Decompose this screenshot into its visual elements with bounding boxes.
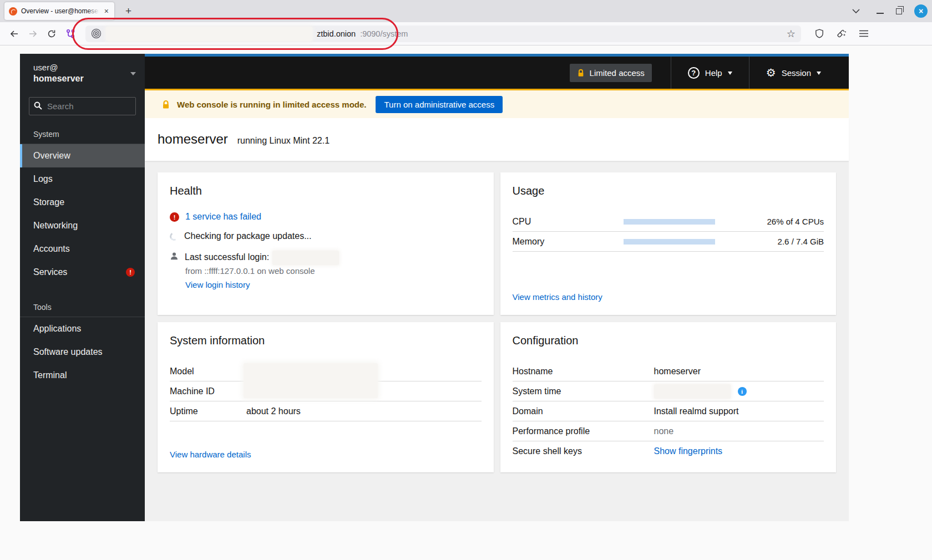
system-time-row: System time i (513, 381, 824, 401)
shield-icon[interactable] (811, 26, 828, 42)
sidebar-section-system: System (20, 124, 145, 144)
configuration-card: Configuration Hostname homeserver System… (500, 322, 837, 472)
sidebar-item-terminal[interactable]: Terminal (20, 364, 145, 387)
url-host: ztbid.onion (317, 29, 356, 38)
system-time-redaction (654, 384, 731, 399)
page-subtitle: running Linux Mint 22.1 (237, 136, 330, 146)
info-icon[interactable]: i (738, 387, 747, 396)
cpu-label: CPU (513, 217, 624, 227)
browser-tab-strip: Overview - user@homeserver × + × (0, 0, 932, 22)
view-hardware-details-link[interactable]: View hardware details (170, 450, 251, 459)
window-minimize-button[interactable] (877, 13, 884, 14)
cpu-value: 26% of 4 CPUs (715, 217, 824, 226)
search-icon (34, 101, 42, 110)
login-value-redaction (272, 251, 339, 265)
lock-icon (161, 100, 170, 109)
domain-row: Domain Install realmd support (513, 401, 824, 421)
user-hostname: homeserver (33, 74, 130, 84)
memory-value: 2.6 / 7.4 GiB (715, 237, 824, 246)
tab-list-chevron-icon[interactable] (848, 3, 864, 19)
sidebar-item-networking[interactable]: Networking (20, 214, 145, 237)
view-metrics-link[interactable]: View metrics and history (513, 292, 602, 302)
hostname-row: Hostname homeserver (513, 362, 824, 381)
url-redaction-box (106, 27, 312, 41)
menu-hamburger-icon[interactable] (855, 26, 872, 42)
sidebar: user@ homeserver System Overview Logs St… (20, 54, 145, 521)
sidebar-item-software-updates[interactable]: Software updates (20, 340, 145, 364)
chevron-down-icon (130, 72, 136, 78)
health-card: Health ! 1 service has failed Checking f… (158, 172, 494, 315)
system-information-card: System information Model Machine ID Upti… (158, 322, 494, 472)
health-card-title: Health (170, 185, 482, 197)
reload-button[interactable] (43, 26, 60, 42)
forward-button[interactable] (24, 26, 41, 42)
secure-shell-keys-row: Secure shell keys Show fingerprints (513, 441, 824, 461)
login-from-text: from ::ffff:127.0.0.1 on web console (185, 266, 482, 276)
bookmark-star-icon[interactable]: ☆ (787, 28, 796, 40)
tab-close-icon[interactable]: × (103, 7, 110, 16)
usage-card-title: Usage (513, 185, 824, 197)
usage-card: Usage CPU 26% of 4 CPUs Memory 2.6 / 7.4… (500, 172, 837, 315)
sidebar-section-tools: Tools (20, 297, 145, 317)
sidebar-item-services[interactable]: Services ! (20, 261, 145, 284)
banner-message: Web console is running in limited access… (177, 100, 366, 109)
url-bar[interactable]: ztbid.onion :9090/system ☆ (85, 26, 801, 42)
url-path: :9090/system (360, 29, 408, 38)
lock-icon (577, 69, 585, 77)
site-identity-onion-icon[interactable] (91, 28, 102, 39)
show-fingerprints-link[interactable]: Show fingerprints (654, 446, 723, 456)
model-machineid-redaction (244, 363, 378, 398)
limited-access-banner: Web console is running in limited access… (145, 89, 849, 118)
sidebar-item-logs[interactable]: Logs (20, 167, 145, 191)
sysinfo-card-title: System information (170, 334, 482, 347)
gear-icon: ⚙ (766, 67, 776, 78)
turn-on-admin-access-button[interactable]: Turn on administrative access (376, 96, 503, 113)
clear-data-broom-icon[interactable] (833, 26, 850, 42)
cockpit-app: user@ homeserver System Overview Logs St… (20, 54, 849, 521)
user-prefix: user@ (33, 63, 130, 72)
window-close-button[interactable]: × (914, 4, 928, 18)
help-menu-button[interactable]: ? Help (671, 57, 749, 89)
extension-icon[interactable] (62, 26, 79, 42)
checking-updates-text: Checking for package updates... (184, 231, 311, 241)
window-restore-button[interactable] (896, 8, 902, 14)
user-icon (170, 252, 179, 261)
overview-cards: Health ! 1 service has failed Checking f… (145, 161, 849, 521)
cpu-usage-row: CPU 26% of 4 CPUs (513, 212, 824, 232)
service-failed-link[interactable]: 1 service has failed (185, 212, 261, 222)
memory-usage-row: Memory 2.6 / 7.4 GiB (513, 232, 824, 252)
question-circle-icon: ? (688, 67, 700, 79)
main-area: Limited access ? Help ⚙ Session Web cons… (145, 54, 849, 521)
page-title: homeserver (158, 131, 228, 147)
cockpit-favicon-icon (9, 7, 17, 16)
sidebar-item-storage[interactable]: Storage (20, 191, 145, 214)
search-input[interactable] (29, 97, 136, 115)
session-menu-button[interactable]: ⚙ Session (749, 57, 838, 89)
browser-toolbar: ztbid.onion :9090/system ☆ (0, 22, 932, 45)
sidebar-item-overview[interactable]: Overview (20, 144, 145, 167)
spinner-icon (169, 231, 179, 241)
page-header: homeserver running Linux Mint 22.1 (145, 118, 849, 161)
cpu-progress-bar (624, 219, 715, 225)
sidebar-item-applications[interactable]: Applications (20, 317, 145, 340)
exclamation-circle-icon: ! (170, 212, 179, 222)
memory-progress-bar (624, 239, 715, 245)
config-card-title: Configuration (513, 334, 824, 347)
limited-access-button[interactable]: Limited access (570, 64, 652, 82)
chevron-down-icon (817, 72, 821, 77)
services-alert-badge: ! (126, 268, 135, 277)
new-tab-button[interactable]: + (122, 5, 135, 17)
back-button[interactable] (6, 26, 22, 42)
sidebar-item-accounts[interactable]: Accounts (20, 237, 145, 261)
view-login-history-link[interactable]: View login history (185, 280, 250, 289)
performance-profile-row: Performance profile none (513, 421, 824, 441)
browser-tab[interactable]: Overview - user@homeserver × (4, 2, 114, 20)
memory-label: Memory (513, 237, 624, 247)
tab-title: Overview - user@homeserver (21, 7, 99, 15)
chevron-down-icon (728, 72, 732, 77)
masthead: Limited access ? Help ⚙ Session (145, 54, 849, 89)
last-login-label: Last successful login: (185, 252, 269, 262)
user-menu[interactable]: user@ homeserver (20, 54, 145, 91)
uptime-row: Uptime about 2 hours (170, 401, 482, 421)
